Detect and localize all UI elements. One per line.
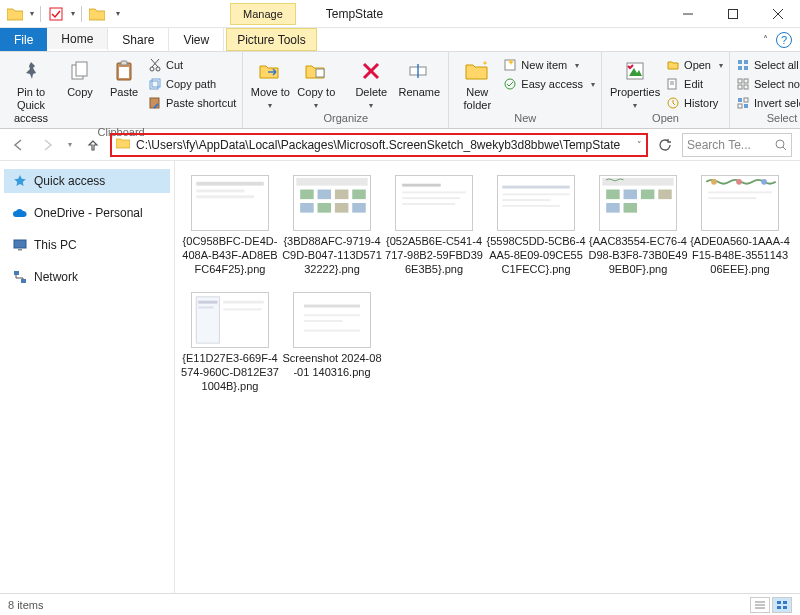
dropdown-icon: ▾ (268, 101, 272, 111)
history-button[interactable]: History (666, 94, 723, 112)
minimize-button[interactable] (665, 0, 710, 28)
sidebar-label: Network (34, 270, 78, 284)
file-item[interactable]: {ADE0A560-1AAA-4F15-B48E-355114306EEE}.p… (690, 175, 790, 276)
collapse-ribbon-icon[interactable]: ˄ (763, 34, 768, 45)
paste-button[interactable]: Paste (104, 54, 144, 99)
new-folder-icon (464, 58, 490, 84)
delete-button[interactable]: Delete ▾ (350, 54, 392, 111)
new-item-button[interactable]: New item ▾ (503, 56, 595, 74)
paste-shortcut-button[interactable]: Paste shortcut (148, 94, 236, 112)
file-item[interactable]: {052A5B6E-C541-4717-98B2-59FBD396E3B5}.p… (384, 175, 484, 276)
edit-button[interactable]: Edit (666, 75, 723, 93)
address-bar[interactable]: C:\Users\fy\AppData\Local\Packages\Micro… (110, 133, 648, 157)
cloud-icon (12, 205, 28, 221)
back-button[interactable] (8, 134, 30, 156)
pc-icon (12, 237, 28, 253)
properties-button[interactable]: Properties ▾ (608, 54, 662, 111)
sidebar-label: This PC (34, 238, 77, 252)
file-item[interactable]: {3BD88AFC-9719-4C9D-B047-113D57132222}.p… (282, 175, 382, 276)
copy-path-button[interactable]: Copy path (148, 75, 236, 93)
dropdown-icon: ▾ (575, 61, 579, 70)
sidebar-item-quick-access[interactable]: Quick access (4, 169, 170, 193)
group-label-select: Select (736, 112, 800, 128)
maximize-button[interactable] (710, 0, 755, 28)
file-list[interactable]: {0C958BFC-DE4D-408A-B43F-AD8EBFC64F25}.p… (175, 161, 800, 593)
copy-path-icon (148, 77, 162, 91)
address-path: C:\Users\fy\AppData\Local\Packages\Micro… (136, 138, 633, 152)
svg-rect-58 (318, 203, 332, 213)
ribbon-group-new: New folder New item ▾ Easy access ▾ New (449, 52, 602, 128)
cut-icon (148, 58, 162, 72)
file-item[interactable]: {E11D27E3-669F-4574-960C-D812E371004B}.p… (180, 292, 280, 393)
address-dropdown-icon[interactable]: ˅ (637, 140, 642, 150)
copy-button[interactable]: Copy (60, 54, 100, 99)
forward-button[interactable] (36, 134, 58, 156)
properties-label: Properties (610, 86, 660, 99)
group-label-open: Open (608, 112, 723, 128)
easy-access-button[interactable]: Easy access ▾ (503, 75, 595, 93)
qat-dropdown-icon[interactable]: ▾ (30, 9, 34, 18)
file-thumbnail (599, 175, 677, 231)
new-folder-button[interactable]: New folder (455, 54, 499, 112)
qat-dropdown-icon[interactable]: ▾ (71, 9, 75, 18)
svg-rect-6 (76, 62, 87, 76)
pin-label: Pin to Quick access (6, 86, 56, 126)
select-none-button[interactable]: Select none (736, 75, 800, 93)
details-view-button[interactable] (750, 597, 770, 613)
svg-rect-83 (708, 191, 772, 193)
pin-to-quick-access-button[interactable]: Pin to Quick access (6, 54, 56, 126)
tab-picture-tools[interactable]: Picture Tools (226, 28, 316, 51)
svg-rect-95 (304, 330, 360, 332)
manage-contextual-tab[interactable]: Manage (230, 3, 296, 25)
tab-view[interactable]: View (169, 28, 224, 51)
open-icon (666, 58, 680, 72)
svg-rect-30 (744, 60, 748, 64)
folder-icon[interactable] (6, 5, 24, 23)
rename-button[interactable]: Rename (396, 54, 442, 99)
properties-check-icon[interactable] (47, 5, 65, 23)
folder-icon[interactable] (88, 5, 106, 23)
refresh-button[interactable] (654, 134, 676, 156)
invert-selection-button[interactable]: Invert selection (736, 94, 800, 112)
move-to-button[interactable]: Move to ▾ (249, 54, 291, 111)
sidebar-item-this-pc[interactable]: This PC (4, 233, 170, 257)
tab-share[interactable]: Share (108, 28, 169, 51)
svg-rect-74 (624, 190, 638, 200)
sidebar-item-onedrive[interactable]: OneDrive - Personal (4, 201, 170, 225)
recent-locations-button[interactable]: ▾ (64, 134, 76, 156)
tab-home-label: Home (61, 32, 93, 46)
search-box[interactable]: Search Te... (682, 133, 792, 157)
file-item[interactable]: {0C958BFC-DE4D-408A-B43F-AD8EBFC64F25}.p… (180, 175, 280, 276)
open-button[interactable]: Open ▾ (666, 56, 723, 74)
ribbon-group-clipboard: Pin to Quick access Copy Paste Cut Copy … (0, 52, 243, 128)
search-icon (775, 139, 787, 151)
easy-access-label: Easy access (521, 78, 583, 90)
sidebar-label: OneDrive - Personal (34, 206, 143, 220)
file-name: {E11D27E3-669F-4574-960C-D812E371004B}.p… (180, 352, 280, 393)
dropdown-icon: ▾ (719, 61, 723, 70)
help-icon[interactable]: ? (776, 32, 792, 48)
ribbon-group-select: Select all Select none Invert selection … (730, 52, 800, 128)
thumbnails-view-button[interactable] (772, 597, 792, 613)
close-button[interactable] (755, 0, 800, 28)
copy-to-button[interactable]: Copy to ▾ (295, 54, 337, 111)
svg-rect-101 (777, 606, 781, 609)
svg-rect-36 (744, 85, 748, 89)
file-item[interactable]: {5598C5DD-5CB6-4AA5-8E09-09CE55C1FECC}.p… (486, 175, 586, 276)
select-all-button[interactable]: Select all (736, 56, 800, 74)
svg-rect-64 (402, 197, 460, 199)
svg-rect-52 (296, 178, 367, 186)
tab-home[interactable]: Home (47, 28, 108, 51)
up-button[interactable] (82, 134, 104, 156)
file-item[interactable]: {AAC83554-EC76-4D98-B3F8-73B0E499EB0F}.p… (588, 175, 688, 276)
file-name: {5598C5DD-5CB6-4AA5-8E09-09CE55C1FECC}.p… (486, 235, 586, 276)
search-placeholder: Search Te... (687, 138, 771, 152)
file-item[interactable]: Screenshot 2024-08-01 140316.png (282, 292, 382, 393)
sidebar-item-network[interactable]: Network (4, 265, 170, 289)
svg-rect-35 (738, 85, 742, 89)
tab-file[interactable]: File (0, 28, 47, 51)
qat-customize-dropdown-icon[interactable]: ▾ (116, 9, 120, 18)
svg-rect-2 (728, 9, 737, 18)
cut-button[interactable]: Cut (148, 56, 236, 74)
svg-rect-56 (352, 190, 366, 200)
